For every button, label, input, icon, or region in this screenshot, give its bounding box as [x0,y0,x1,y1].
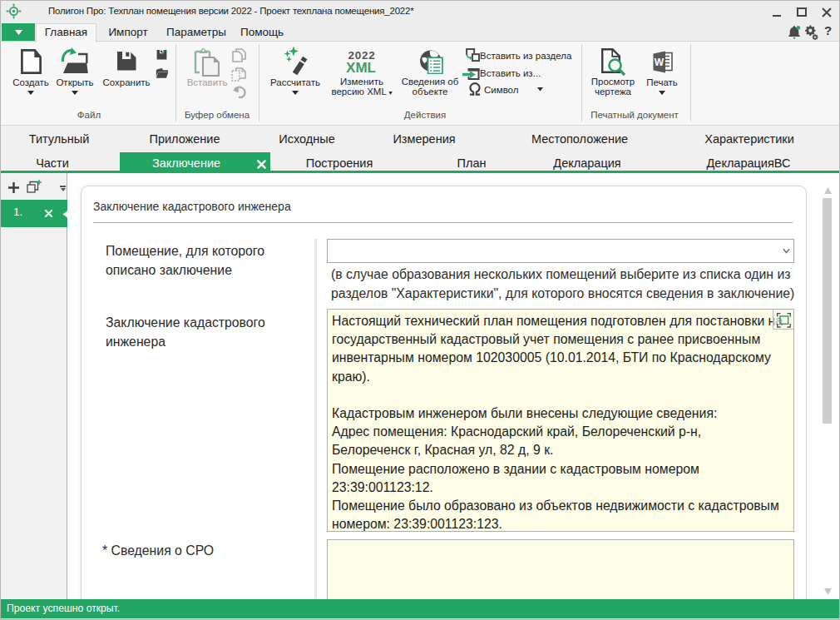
svg-text:W: W [655,57,665,68]
